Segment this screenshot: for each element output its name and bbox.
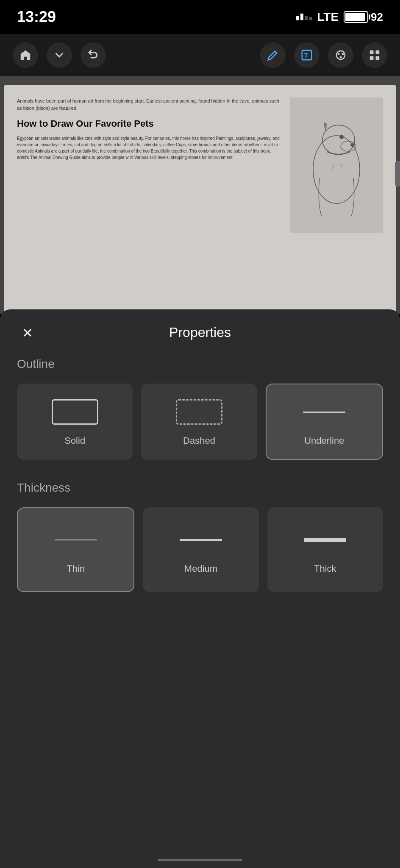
share-button[interactable]: [328, 42, 353, 68]
scroll-indicator[interactable]: [395, 161, 400, 186]
underline-label: Underline: [304, 435, 344, 446]
undo-icon: [87, 49, 100, 61]
svg-rect-6: [370, 50, 374, 54]
dog-svg: [294, 102, 379, 229]
svg-point-11: [322, 125, 355, 155]
svg-point-4: [342, 53, 344, 55]
thick-label: Thick: [314, 563, 336, 574]
lte-label: LTE: [317, 10, 339, 24]
pencil-icon: [267, 49, 279, 61]
thick-line: [304, 538, 346, 542]
close-button[interactable]: [17, 322, 38, 343]
thick-preview: [300, 525, 350, 555]
document-text-column: Animals have been part of human art from…: [17, 97, 281, 301]
svg-rect-8: [370, 56, 374, 60]
text-tool-icon: T: [300, 49, 313, 61]
thin-preview: [50, 525, 101, 555]
dashed-label: Dashed: [183, 435, 215, 446]
chevron-down-icon: [53, 49, 66, 61]
more-button[interactable]: [362, 42, 387, 68]
medium-preview: [175, 525, 226, 555]
share-icon: [334, 49, 347, 61]
status-right: LTE 92: [296, 10, 383, 24]
outline-option-dashed[interactable]: Dashed: [141, 384, 257, 460]
properties-panel: Properties Outline Solid Dashed: [0, 309, 400, 868]
thickness-section-title: Thickness: [17, 481, 383, 495]
text-tool-button[interactable]: T: [294, 42, 319, 68]
thickness-option-thin[interactable]: Thin: [17, 507, 134, 592]
status-bar: 13:29 LTE 92: [0, 0, 400, 34]
status-time: 13:29: [17, 8, 56, 26]
home-indicator: [158, 859, 242, 861]
battery-icon: [344, 11, 368, 23]
svg-point-3: [338, 53, 340, 55]
underline-preview: [299, 397, 350, 427]
panel-header: Properties: [0, 309, 400, 349]
document-image-column: [290, 97, 383, 301]
underline-line: [303, 412, 345, 413]
battery-label: 92: [371, 11, 383, 24]
grid-icon: [368, 49, 381, 61]
outline-options-grid: Solid Dashed Underline: [17, 384, 383, 460]
medium-label: Medium: [184, 563, 217, 574]
thickness-option-medium[interactable]: Medium: [143, 507, 258, 592]
toolbar: T: [0, 34, 400, 76]
medium-line: [180, 539, 222, 541]
svg-text:T: T: [304, 52, 308, 59]
toolbar-left: [13, 42, 106, 68]
solid-label: Solid: [64, 435, 85, 446]
svg-rect-9: [376, 56, 380, 60]
document-title: How to Draw Our Favorite Pets: [17, 118, 281, 129]
dashed-rect: [176, 399, 222, 425]
undo-button[interactable]: [81, 42, 106, 68]
dog-illustration: [290, 97, 383, 233]
thickness-section: Thickness Thin Medium Thick: [0, 473, 400, 605]
outline-section-title: Outline: [17, 357, 383, 371]
dashed-preview: [174, 397, 225, 427]
battery-container: 92: [344, 11, 383, 24]
solid-rect: [52, 399, 98, 425]
pencil-button[interactable]: [260, 42, 286, 68]
thin-line: [55, 540, 97, 540]
toolbar-right: T: [260, 42, 387, 68]
outline-option-underline[interactable]: Underline: [266, 384, 383, 460]
solid-preview: [50, 397, 100, 427]
svg-point-5: [340, 56, 342, 58]
home-icon: [19, 49, 32, 61]
close-icon: [22, 327, 33, 339]
thin-label: Thin: [67, 563, 85, 574]
document-small-text: Animals have been part of human art from…: [17, 97, 281, 111]
document-page: Animals have been part of human art from…: [4, 85, 396, 314]
home-button[interactable]: [13, 42, 38, 68]
dropdown-button[interactable]: [47, 42, 72, 68]
svg-rect-7: [376, 50, 380, 54]
document-area: Animals have been part of human art from…: [0, 76, 400, 314]
signal-icon: [296, 14, 312, 20]
battery-fill: [345, 13, 365, 21]
thickness-option-thick[interactable]: Thick: [267, 507, 383, 592]
panel-title: Properties: [169, 325, 231, 340]
thickness-options-grid: Thin Medium Thick: [17, 507, 383, 592]
document-body-text: Egyptian art celebrates animals like cat…: [17, 135, 281, 161]
svg-point-14: [350, 143, 355, 147]
svg-point-13: [339, 135, 344, 139]
outline-section: Outline Solid Dashed Underli: [0, 349, 400, 473]
outline-option-solid[interactable]: Solid: [17, 384, 133, 460]
